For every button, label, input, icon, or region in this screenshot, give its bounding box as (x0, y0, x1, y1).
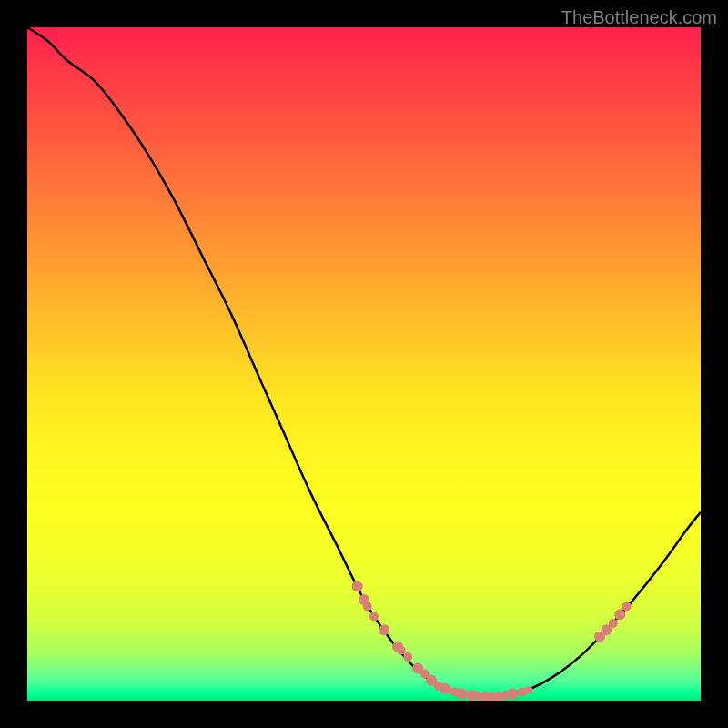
chart-marker (518, 687, 527, 696)
chart-marker (609, 619, 618, 628)
chart-marker (379, 624, 389, 635)
chart-markers (352, 581, 632, 701)
chart-marker (397, 646, 406, 655)
chart-marker (369, 612, 379, 622)
chart-marker (614, 609, 625, 620)
chart-plot-area (27, 27, 701, 701)
chart-marker (622, 602, 632, 611)
chart-marker (352, 581, 363, 592)
chart-marker (363, 602, 372, 611)
watermark-text: TheBottleneck.com (561, 7, 717, 28)
chart-marker (456, 689, 467, 700)
chart-curve-svg (27, 27, 701, 701)
chart-marker (403, 652, 412, 662)
chart-marker (525, 686, 532, 693)
